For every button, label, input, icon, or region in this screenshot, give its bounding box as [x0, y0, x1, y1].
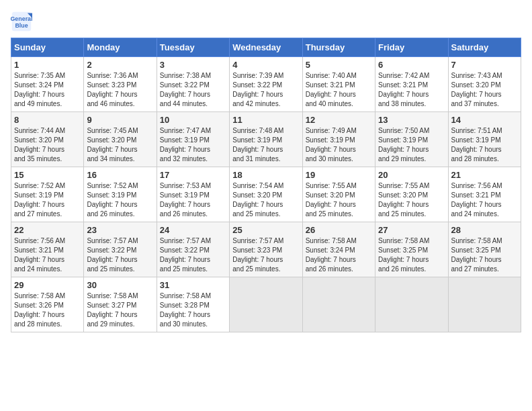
calendar-cell: 31Sunrise: 7:58 AMSunset: 3:28 PMDayligh…: [157, 277, 229, 332]
day-number: 6: [378, 60, 445, 70]
day-number: 31: [160, 280, 226, 290]
day-of-week-header: Wednesday: [230, 38, 302, 57]
day-number: 5: [306, 60, 372, 70]
day-of-week-header: Saturday: [448, 38, 521, 57]
day-number: 11: [232, 115, 299, 125]
day-number: 2: [87, 60, 153, 70]
svg-text:General: General: [11, 15, 32, 22]
day-info: Sunrise: 7:36 AMSunset: 3:23 PMDaylight:…: [87, 71, 153, 109]
calendar-cell: 24Sunrise: 7:57 AMSunset: 3:22 PMDayligh…: [157, 222, 229, 277]
day-info: Sunrise: 7:56 AMSunset: 3:21 PMDaylight:…: [14, 236, 81, 274]
day-info: Sunrise: 7:43 AMSunset: 3:20 PMDaylight:…: [451, 71, 518, 109]
calendar-cell: 13Sunrise: 7:50 AMSunset: 3:19 PMDayligh…: [375, 112, 448, 167]
day-info: Sunrise: 7:56 AMSunset: 3:21 PMDaylight:…: [451, 181, 518, 219]
day-number: 20: [378, 170, 445, 180]
day-of-week-header: Sunday: [11, 38, 84, 57]
calendar-cell: 10Sunrise: 7:47 AMSunset: 3:19 PMDayligh…: [157, 112, 229, 167]
day-info: Sunrise: 7:58 AMSunset: 3:25 PMDaylight:…: [378, 236, 445, 274]
calendar-header-row: SundayMondayTuesdayWednesdayThursdayFrid…: [11, 38, 521, 57]
calendar-cell: [448, 277, 521, 332]
calendar-cell: 18Sunrise: 7:54 AMSunset: 3:20 PMDayligh…: [230, 167, 302, 222]
svg-text:Blue: Blue: [15, 22, 28, 29]
day-number: 26: [306, 225, 372, 235]
day-number: 27: [378, 225, 445, 235]
day-number: 7: [451, 60, 518, 70]
day-number: 23: [87, 225, 153, 235]
calendar-week-row: 22Sunrise: 7:56 AMSunset: 3:21 PMDayligh…: [11, 222, 521, 277]
day-info: Sunrise: 7:55 AMSunset: 3:20 PMDaylight:…: [306, 181, 372, 219]
day-number: 22: [14, 225, 81, 235]
calendar-cell: 5Sunrise: 7:40 AMSunset: 3:21 PMDaylight…: [302, 57, 375, 112]
day-number: 29: [14, 280, 81, 290]
day-info: Sunrise: 7:58 AMSunset: 3:25 PMDaylight:…: [451, 236, 518, 274]
day-number: 3: [160, 60, 226, 70]
calendar-cell: 11Sunrise: 7:48 AMSunset: 3:19 PMDayligh…: [230, 112, 302, 167]
calendar-cell: 15Sunrise: 7:52 AMSunset: 3:19 PMDayligh…: [11, 167, 84, 222]
calendar-cell: 8Sunrise: 7:44 AMSunset: 3:20 PMDaylight…: [11, 112, 84, 167]
calendar-cell: [375, 277, 448, 332]
day-number: 17: [160, 170, 226, 180]
day-info: Sunrise: 7:39 AMSunset: 3:22 PMDaylight:…: [232, 71, 299, 109]
calendar-cell: 19Sunrise: 7:55 AMSunset: 3:20 PMDayligh…: [302, 167, 375, 222]
calendar-cell: 23Sunrise: 7:57 AMSunset: 3:22 PMDayligh…: [84, 222, 157, 277]
day-info: Sunrise: 7:58 AMSunset: 3:26 PMDaylight:…: [14, 291, 81, 329]
calendar-week-row: 8Sunrise: 7:44 AMSunset: 3:20 PMDaylight…: [11, 112, 521, 167]
calendar-cell: 3Sunrise: 7:38 AMSunset: 3:22 PMDaylight…: [157, 57, 229, 112]
day-number: 30: [87, 280, 153, 290]
calendar-cell: 29Sunrise: 7:58 AMSunset: 3:26 PMDayligh…: [11, 277, 84, 332]
calendar-cell: [302, 277, 375, 332]
day-number: 14: [451, 115, 518, 125]
day-info: Sunrise: 7:55 AMSunset: 3:20 PMDaylight:…: [378, 181, 445, 219]
calendar-cell: 1Sunrise: 7:35 AMSunset: 3:24 PMDaylight…: [11, 57, 84, 112]
logo: General Blue: [11, 11, 35, 32]
day-info: Sunrise: 7:54 AMSunset: 3:20 PMDaylight:…: [232, 181, 299, 219]
day-info: Sunrise: 7:51 AMSunset: 3:19 PMDaylight:…: [451, 126, 518, 164]
calendar-week-row: 29Sunrise: 7:58 AMSunset: 3:26 PMDayligh…: [11, 277, 521, 332]
day-info: Sunrise: 7:57 AMSunset: 3:22 PMDaylight:…: [87, 236, 153, 274]
calendar-table: SundayMondayTuesdayWednesdayThursdayFrid…: [11, 38, 521, 332]
day-info: Sunrise: 7:58 AMSunset: 3:24 PMDaylight:…: [306, 236, 372, 274]
day-info: Sunrise: 7:52 AMSunset: 3:19 PMDaylight:…: [87, 181, 153, 219]
calendar-cell: 25Sunrise: 7:57 AMSunset: 3:23 PMDayligh…: [230, 222, 302, 277]
calendar-cell: 12Sunrise: 7:49 AMSunset: 3:19 PMDayligh…: [302, 112, 375, 167]
day-info: Sunrise: 7:53 AMSunset: 3:19 PMDaylight:…: [160, 181, 226, 219]
day-of-week-header: Tuesday: [157, 38, 229, 57]
day-info: Sunrise: 7:48 AMSunset: 3:19 PMDaylight:…: [232, 126, 299, 164]
day-number: 18: [232, 170, 299, 180]
day-info: Sunrise: 7:52 AMSunset: 3:19 PMDaylight:…: [14, 181, 81, 219]
day-info: Sunrise: 7:42 AMSunset: 3:21 PMDaylight:…: [378, 71, 445, 109]
day-info: Sunrise: 7:38 AMSunset: 3:22 PMDaylight:…: [160, 71, 226, 109]
calendar-cell: [230, 277, 302, 332]
logo-icon: General Blue: [11, 11, 32, 32]
day-info: Sunrise: 7:44 AMSunset: 3:20 PMDaylight:…: [14, 126, 81, 164]
day-number: 13: [378, 115, 445, 125]
calendar-cell: 16Sunrise: 7:52 AMSunset: 3:19 PMDayligh…: [84, 167, 157, 222]
day-info: Sunrise: 7:58 AMSunset: 3:27 PMDaylight:…: [87, 291, 153, 329]
day-number: 19: [306, 170, 372, 180]
day-number: 12: [306, 115, 372, 125]
calendar-cell: 20Sunrise: 7:55 AMSunset: 3:20 PMDayligh…: [375, 167, 448, 222]
day-of-week-header: Friday: [375, 38, 448, 57]
page-header: General Blue: [11, 11, 521, 32]
day-number: 8: [14, 115, 81, 125]
calendar-cell: 9Sunrise: 7:45 AMSunset: 3:20 PMDaylight…: [84, 112, 157, 167]
day-info: Sunrise: 7:49 AMSunset: 3:19 PMDaylight:…: [306, 126, 372, 164]
day-number: 25: [232, 225, 299, 235]
day-info: Sunrise: 7:35 AMSunset: 3:24 PMDaylight:…: [14, 71, 81, 109]
calendar-week-row: 1Sunrise: 7:35 AMSunset: 3:24 PMDaylight…: [11, 57, 521, 112]
day-number: 15: [14, 170, 81, 180]
calendar-cell: 21Sunrise: 7:56 AMSunset: 3:21 PMDayligh…: [448, 167, 521, 222]
day-number: 4: [232, 60, 299, 70]
calendar-cell: 14Sunrise: 7:51 AMSunset: 3:19 PMDayligh…: [448, 112, 521, 167]
calendar-cell: 17Sunrise: 7:53 AMSunset: 3:19 PMDayligh…: [157, 167, 229, 222]
calendar-cell: 7Sunrise: 7:43 AMSunset: 3:20 PMDaylight…: [448, 57, 521, 112]
calendar-cell: 2Sunrise: 7:36 AMSunset: 3:23 PMDaylight…: [84, 57, 157, 112]
day-number: 24: [160, 225, 226, 235]
day-number: 21: [451, 170, 518, 180]
day-info: Sunrise: 7:45 AMSunset: 3:20 PMDaylight:…: [87, 126, 153, 164]
day-info: Sunrise: 7:50 AMSunset: 3:19 PMDaylight:…: [378, 126, 445, 164]
day-number: 1: [14, 60, 81, 70]
day-number: 16: [87, 170, 153, 180]
day-info: Sunrise: 7:40 AMSunset: 3:21 PMDaylight:…: [306, 71, 372, 109]
day-number: 9: [87, 115, 153, 125]
